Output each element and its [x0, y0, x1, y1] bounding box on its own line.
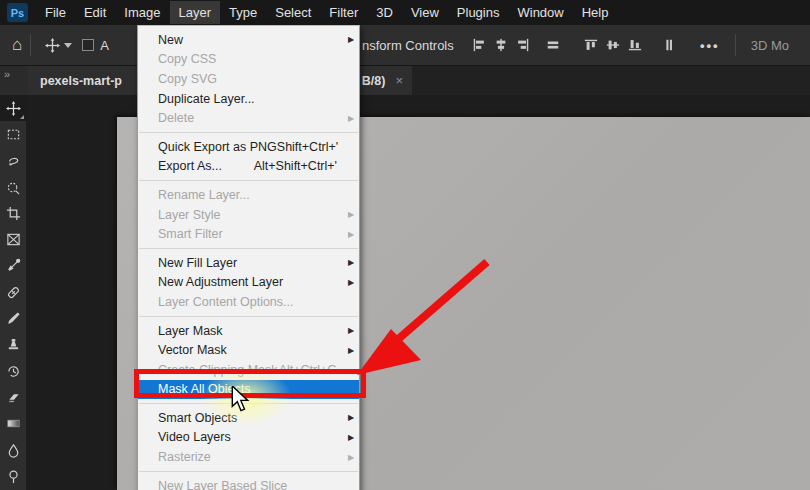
menu-item-label: Rasterize	[158, 450, 211, 464]
menu-item-new-layer-based-slice: New Layer Based Slice	[138, 476, 359, 490]
menu-item-new-adjustment-layer[interactable]: New Adjustment Layer▶	[138, 273, 359, 293]
menu-item-label: Layer Style	[158, 208, 221, 222]
menu-item-shortcut: Alt+Shift+Ctrl+'	[254, 159, 343, 173]
menu-item-copy-css: Copy CSS	[138, 50, 359, 70]
menu-item-label: Delete	[158, 111, 194, 125]
dodge-tool[interactable]	[0, 463, 26, 489]
menu-item-label: Create Clipping Mask	[158, 363, 278, 377]
menu-item-layer-mask[interactable]: Layer Mask▶	[138, 321, 359, 341]
menu-item-duplicate-layer[interactable]: Duplicate Layer...	[138, 89, 359, 109]
menubar-item-type[interactable]: Type	[220, 1, 266, 24]
menu-item-delete: Delete▶	[138, 108, 359, 128]
align-center-bars-icon[interactable]	[544, 34, 561, 56]
menu-item-layer-style: Layer Style▶	[138, 205, 359, 225]
menu-item-mask-all-objects[interactable]: Mask All Objects	[138, 380, 359, 400]
options-bar: ⌂ A nsform Controls •	[0, 25, 810, 66]
healing-brush-tool[interactable]	[0, 279, 26, 305]
photoshop-window: Ps FileEditImageLayerTypeSelectFilter3DV…	[0, 0, 810, 490]
submenu-arrow-icon: ▶	[343, 278, 359, 287]
menu-item-new-fill-layer[interactable]: New Fill Layer▶	[138, 253, 359, 273]
submenu-arrow-icon: ▶	[343, 35, 359, 44]
divider	[30, 34, 31, 56]
menu-item-label: New Adjustment Layer	[158, 275, 283, 289]
submenu-arrow-icon: ▶	[343, 433, 359, 442]
panel-collapse-icon[interactable]: »	[0, 66, 28, 95]
menubar-item-plugins[interactable]: Plugins	[448, 1, 509, 24]
menu-separator	[139, 471, 358, 472]
align-right-icon[interactable]	[514, 34, 531, 56]
menu-item-label: Copy CSS	[158, 52, 216, 66]
align-center-h-icon[interactable]	[492, 34, 509, 56]
lasso-tool[interactable]	[0, 148, 26, 174]
menu-item-label: Copy SVG	[158, 72, 217, 86]
distribute-middle-icon[interactable]	[604, 34, 621, 56]
history-brush-tool[interactable]	[0, 358, 26, 384]
menu-item-quick-export-as-png[interactable]: Quick Export as PNGShift+Ctrl+'	[138, 137, 359, 157]
menubar-item-edit[interactable]: Edit	[75, 1, 115, 24]
gradient-tool[interactable]	[0, 411, 26, 437]
auto-select-label-fragment: A	[100, 38, 109, 53]
menu-item-label: Rename Layer...	[158, 188, 250, 202]
menu-item-label: New	[158, 33, 183, 47]
show-transform-controls-label-fragment[interactable]: nsform Controls	[362, 38, 454, 53]
tab-close-icon[interactable]: ×	[392, 73, 406, 88]
menubar-item-select[interactable]: Select	[266, 1, 320, 24]
align-bottom-icon[interactable]	[626, 34, 643, 56]
alignment-controls: ••• 3D Mo	[470, 34, 789, 56]
distribute-vertical-icon[interactable]	[660, 34, 677, 56]
menu-item-label: Layer Content Options...	[158, 295, 294, 309]
marquee-tool-icon	[6, 127, 21, 142]
eraser-tool-icon	[6, 390, 21, 405]
menu-item-label: Quick Export as PNG	[158, 140, 277, 154]
menu-separator	[139, 180, 358, 181]
menu-item-vector-mask[interactable]: Vector Mask▶	[138, 340, 359, 360]
menu-separator	[139, 316, 358, 317]
move-tool-icon[interactable]	[45, 38, 60, 53]
auto-select-checkbox[interactable]	[82, 39, 94, 51]
menubar-item-help[interactable]: Help	[573, 1, 618, 24]
menubar-item-layer[interactable]: Layer	[170, 1, 221, 24]
move-tool[interactable]	[0, 95, 26, 121]
menubar-item-image[interactable]: Image	[115, 1, 169, 24]
menu-item-label: Smart Objects	[158, 411, 237, 425]
crop-tool[interactable]	[0, 200, 26, 226]
menu-item-video-layers[interactable]: Video Layers▶	[138, 428, 359, 448]
menu-item-create-clipping-mask: Create Clipping MaskAlt+Ctrl+G	[138, 360, 359, 380]
menu-item-label: Video Layers	[158, 430, 231, 444]
menubar-item-3d[interactable]: 3D	[367, 1, 402, 24]
menu-item-label: Mask All Objects	[158, 382, 250, 396]
menu-item-copy-svg: Copy SVG	[138, 69, 359, 89]
object-selection-tool[interactable]	[0, 174, 26, 200]
menu-item-label: Vector Mask	[158, 343, 227, 357]
eyedropper-tool[interactable]	[0, 253, 26, 279]
menu-item-rename-layer: Rename Layer...	[138, 185, 359, 205]
home-icon[interactable]: ⌂	[12, 35, 22, 55]
menubar-item-window[interactable]: Window	[508, 1, 572, 24]
eraser-tool[interactable]	[0, 384, 26, 410]
blur-tool[interactable]	[0, 437, 26, 463]
frame-tool[interactable]	[0, 226, 26, 252]
menu-bar: Ps FileEditImageLayerTypeSelectFilter3DV…	[0, 0, 810, 25]
menu-separator	[139, 132, 358, 133]
more-options-icon[interactable]: •••	[700, 38, 720, 53]
menubar-item-view[interactable]: View	[402, 1, 448, 24]
menu-item-export-as[interactable]: Export As...Alt+Shift+Ctrl+'	[138, 157, 359, 177]
healing-brush-tool-icon	[6, 285, 21, 300]
menu-item-label: Layer Mask	[158, 324, 223, 338]
align-top-icon[interactable]	[582, 34, 599, 56]
menu-item-layer-content-options: Layer Content Options...	[138, 292, 359, 312]
lasso-tool-icon	[6, 153, 21, 168]
submenu-arrow-icon: ▶	[343, 230, 359, 239]
move-tool-icon	[6, 101, 21, 116]
chevron-down-icon[interactable]	[64, 43, 72, 48]
menu-item-label: Export As...	[158, 159, 222, 173]
history-brush-tool-icon	[6, 364, 21, 379]
marquee-tool[interactable]	[0, 121, 26, 147]
brush-tool[interactable]	[0, 305, 26, 331]
align-left-icon[interactable]	[470, 34, 487, 56]
menubar-item-filter[interactable]: Filter	[320, 1, 367, 24]
clone-stamp-tool[interactable]	[0, 332, 26, 358]
menubar-item-file[interactable]: File	[36, 1, 75, 24]
menu-item-smart-objects[interactable]: Smart Objects▶	[138, 408, 359, 428]
menu-item-new[interactable]: New▶	[138, 30, 359, 50]
